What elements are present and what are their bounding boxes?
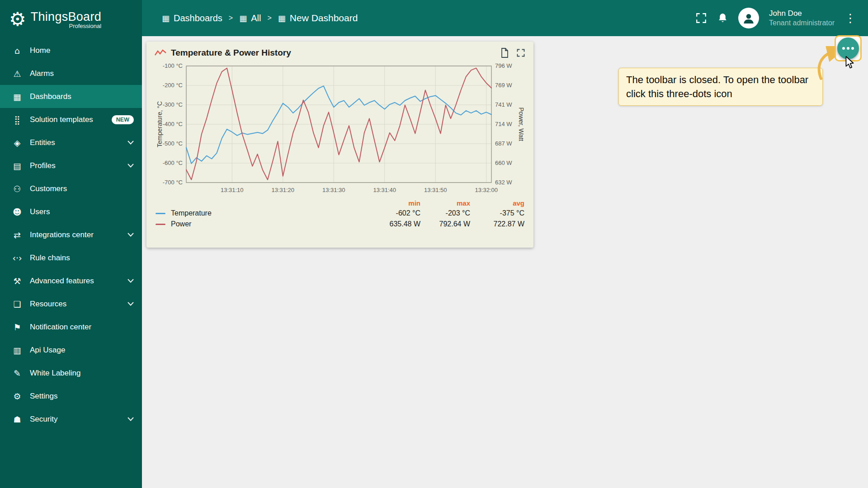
widget-header: Temperature & Power History: [155, 48, 525, 58]
avatar[interactable]: [738, 8, 759, 28]
legend-row-power: Power 635.48 W 792.64 W 722.87 W: [155, 219, 525, 230]
breadcrumb: ▦ Dashboards > ▦ All > ▦ New Dashboard: [162, 13, 358, 23]
entities-icon: ◈: [11, 138, 24, 148]
breadcrumb-label: All: [251, 13, 261, 23]
sidebar-item-label: Resources: [30, 300, 66, 309]
svg-text:13:31:40: 13:31:40: [373, 187, 396, 193]
user-info[interactable]: John Doe Tenant administrator: [769, 9, 835, 28]
svg-text:13:31:10: 13:31:10: [221, 187, 244, 193]
sidebar-item-white-labeling[interactable]: ✎ White Labeling: [0, 361, 142, 385]
export-widget-button[interactable]: [500, 48, 509, 58]
svg-text:-600 °C: -600 °C: [163, 160, 183, 166]
sidebar-item-advanced-features[interactable]: ⚒ Advanced features: [0, 269, 142, 292]
user-role: Tenant administrator: [769, 19, 835, 28]
timeseries-widget[interactable]: Temperature & Power History -100 °C796 W…: [146, 42, 533, 248]
sidebar-item-label: Solution templates: [30, 115, 93, 124]
thingsboard-logo[interactable]: ⚙ ThingsBoard Professional: [0, 0, 142, 39]
new-badge: NEW: [112, 115, 134, 124]
breadcrumb-dashboards[interactable]: ▦ Dashboards: [162, 13, 222, 23]
svg-text:741 W: 741 W: [495, 101, 512, 108]
widget-actions: [500, 48, 525, 58]
dashboards-grid-icon: ▦: [162, 14, 170, 23]
timeseries-chart: -100 °C796 W-200 °C769 W-300 °C741 W-400…: [155, 60, 525, 197]
dashboards-grid-icon: ▦: [278, 14, 286, 23]
sidebar-item-label: Dashboards: [30, 92, 71, 101]
sidebar-item-api-usage[interactable]: ▥ Api Usage: [0, 338, 142, 361]
widget-title: Temperature & Power History: [171, 48, 291, 58]
logo-text: ThingsBoard Professional: [31, 10, 101, 29]
rule-chains-icon: ‹·›: [11, 253, 24, 263]
temperature-min: -602 °C: [372, 208, 421, 219]
sidebar-item-label: Integrations center: [30, 230, 94, 239]
kebab-menu-icon: ⋮: [844, 11, 856, 25]
sidebar-item-home[interactable]: ⌂ Home: [0, 39, 142, 62]
legend-series-temperature[interactable]: Temperature: [156, 209, 371, 217]
sidebar-item-label: Settings: [30, 392, 57, 401]
thingsboard-gear-icon: ⚙: [9, 10, 26, 29]
sidebar-item-label: Alarms: [30, 69, 54, 78]
sidebar-item-security[interactable]: ☗ Security: [0, 408, 142, 431]
sidebar-item-label: Customers: [30, 184, 67, 193]
power-max: 792.64 W: [421, 219, 471, 230]
fullscreen-button[interactable]: [695, 12, 707, 24]
svg-text:-400 °C: -400 °C: [163, 121, 183, 127]
breadcrumb-current-dashboard[interactable]: ▦ New Dashboard: [278, 13, 358, 23]
svg-text:Power, Watt: Power, Watt: [518, 108, 525, 141]
export-file-icon: [500, 48, 509, 58]
sidebar-item-label: White Labeling: [30, 369, 80, 378]
chevron-down-icon: [127, 141, 134, 145]
breadcrumb-all[interactable]: ▦ All: [239, 13, 261, 23]
sidebar-item-dashboards[interactable]: ▦ Dashboards: [0, 85, 142, 108]
widget-fullscreen-button[interactable]: [516, 48, 525, 58]
sidebar-item-resources[interactable]: ❏ Resources: [0, 292, 142, 315]
notification-flag-icon: ⚑: [11, 322, 24, 332]
dashboards-grid-icon: ▦: [11, 92, 24, 102]
chart-legend: min max avg Temperature -602 °C -: [155, 197, 525, 230]
dashboards-grid-icon: ▦: [239, 14, 247, 23]
more-dots-icon: [851, 47, 854, 50]
sidebar-item-label: Users: [30, 207, 50, 216]
profiles-icon: ▤: [11, 161, 24, 171]
home-icon: ⌂: [11, 46, 24, 56]
bell-icon: [717, 13, 728, 24]
dashboard-canvas: Temperature & Power History -100 °C796 W…: [142, 36, 868, 488]
chevron-down-icon: [127, 417, 134, 421]
sidebar-item-solution-templates[interactable]: ⣿ Solution templates NEW: [0, 108, 142, 131]
breadcrumb-separator: >: [267, 14, 271, 22]
sidebar-item-customers[interactable]: ⚇ Customers: [0, 177, 142, 200]
solution-templates-icon: ⣿: [11, 115, 24, 125]
series-label: Power: [171, 220, 191, 228]
legend-series-power[interactable]: Power: [156, 220, 371, 228]
sidebar-item-profiles[interactable]: ▤ Profiles: [0, 154, 142, 177]
chevron-down-icon: [127, 279, 134, 283]
mouse-cursor-icon: [844, 55, 855, 70]
temperature-avg: -375 °C: [471, 208, 525, 219]
shield-icon: ☗: [11, 414, 24, 424]
sidebar-item-settings[interactable]: ⚙ Settings: [0, 385, 142, 408]
svg-text:769 W: 769 W: [495, 82, 512, 89]
sidebar-item-entities[interactable]: ◈ Entities: [0, 131, 142, 154]
temperature-line-swatch: [156, 213, 165, 214]
sidebar-item-rule-chains[interactable]: ‹·› Rule chains: [0, 246, 142, 269]
sidebar-item-label: Advanced features: [30, 277, 94, 286]
page-title: New Dashboard: [290, 13, 358, 23]
sidebar-item-label: Security: [30, 415, 57, 424]
top-bar: ▦ Dashboards > ▦ All > ▦ New Dashboard: [142, 0, 868, 36]
svg-text:-500 °C: -500 °C: [163, 140, 183, 147]
header-more-button[interactable]: ⋮: [844, 11, 856, 25]
users-icon: ☻: [11, 207, 24, 217]
svg-text:-300 °C: -300 °C: [163, 101, 183, 108]
svg-text:-100 °C: -100 °C: [163, 62, 183, 69]
sidebar-item-users[interactable]: ☻ Users: [0, 200, 142, 223]
sidebar-item-integrations-center[interactable]: ⇄ Integrations center: [0, 223, 142, 246]
series-label: Temperature: [171, 209, 212, 217]
app-subtitle: Professional: [69, 23, 102, 29]
svg-text:687 W: 687 W: [495, 140, 512, 147]
sidebar-item-notification-center[interactable]: ⚑ Notification center: [0, 315, 142, 338]
app-root: ⚙ ThingsBoard Professional ⌂ Home ⚠ Alar…: [0, 0, 868, 488]
line-chart-icon: [155, 49, 166, 56]
sidebar-item-alarms[interactable]: ⚠ Alarms: [0, 62, 142, 85]
legend-header-min: min: [372, 197, 421, 208]
svg-text:-200 °C: -200 °C: [163, 82, 183, 89]
notifications-button[interactable]: [717, 13, 728, 24]
